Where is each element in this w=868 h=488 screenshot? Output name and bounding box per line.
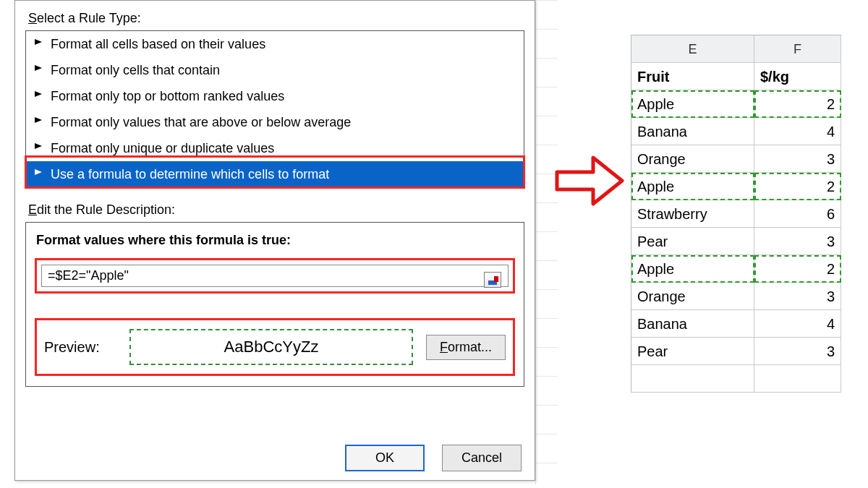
conditional-formatting-dialog: Select a Rule Type: Format all cells bas…: [14, 0, 535, 481]
cell[interactable]: Orange: [631, 145, 754, 173]
cell[interactable]: Apple: [631, 90, 754, 118]
cell[interactable]: 3: [754, 145, 841, 173]
cell[interactable]: Banana: [631, 118, 754, 145]
table-row: Pear3: [631, 338, 841, 365]
table-row: Apple2: [631, 173, 841, 200]
column-header[interactable]: E: [631, 35, 754, 63]
format-values-heading: Format values where this formula is true…: [36, 233, 515, 248]
format-button[interactable]: Format...: [426, 335, 506, 360]
cell[interactable]: 2: [754, 90, 841, 118]
cell[interactable]: [754, 365, 841, 393]
column-header-row: E F: [631, 35, 841, 63]
table-row: Apple2: [631, 255, 841, 283]
cell[interactable]: Pear: [631, 338, 754, 365]
cell[interactable]: Apple: [631, 255, 754, 283]
column-header[interactable]: F: [754, 35, 841, 63]
rule-type-option[interactable]: Format all cells based on their values: [26, 31, 524, 57]
cancel-button[interactable]: Cancel: [442, 445, 522, 471]
arrow-icon: [553, 152, 626, 210]
edit-rule-description-label: Edit the Rule Description:: [28, 202, 526, 218]
select-rule-type-label: Select a Rule Type:: [28, 11, 526, 26]
cell[interactable]: Strawberry: [631, 200, 754, 228]
annotation-highlight: Preview: AaBbCcYyZz Format...: [35, 318, 515, 376]
background-gridlines: [535, 0, 558, 484]
cell[interactable]: 3: [754, 338, 841, 365]
cell[interactable]: Orange: [631, 283, 754, 310]
preview-swatch: AaBbCcYyZz: [129, 329, 413, 365]
cell[interactable]: 2: [754, 173, 841, 200]
table-row: Strawberry6: [631, 200, 841, 228]
cell[interactable]: 3: [754, 283, 841, 310]
ok-button[interactable]: OK: [345, 445, 425, 471]
header-row: Fruit $/kg: [631, 63, 841, 90]
table-row: Apple2: [631, 90, 841, 118]
rule-type-option[interactable]: Format only cells that contain: [26, 57, 524, 83]
table-row: Banana4: [631, 310, 841, 338]
range-selector-button[interactable]: [484, 272, 501, 288]
cell[interactable]: 4: [754, 310, 841, 338]
spreadsheet-preview: E F Fruit $/kg Apple2Banana4Orange3Apple…: [631, 35, 841, 393]
cell[interactable]: Fruit: [631, 63, 754, 90]
rule-description-panel: Format values where this formula is true…: [25, 222, 524, 387]
formula-input[interactable]: [41, 265, 509, 287]
table-row: Pear3: [631, 228, 841, 255]
cell[interactable]: 2: [754, 255, 841, 283]
cell[interactable]: 3: [754, 228, 841, 255]
rule-type-option[interactable]: Format only top or bottom ranked values: [26, 83, 524, 109]
cell[interactable]: 4: [754, 118, 841, 145]
dialog-button-row: OK Cancel: [345, 445, 522, 471]
cell[interactable]: 6: [754, 200, 841, 228]
rule-type-list[interactable]: Format all cells based on their values F…: [25, 30, 524, 188]
table-row: Banana4: [631, 118, 841, 145]
table-row: Orange3: [631, 283, 841, 310]
cell[interactable]: Apple: [631, 173, 754, 200]
preview-label: Preview:: [44, 339, 116, 356]
empty-row: [631, 365, 841, 393]
cell[interactable]: Pear: [631, 228, 754, 255]
cell[interactable]: Banana: [631, 310, 754, 338]
rule-type-option[interactable]: Format only unique or duplicate values: [26, 135, 524, 161]
cell[interactable]: $/kg: [754, 63, 841, 90]
annotation-highlight: [35, 258, 515, 294]
table-row: Orange3: [631, 145, 841, 173]
cell[interactable]: [631, 365, 754, 393]
rule-type-option-selected[interactable]: Use a formula to determine which cells t…: [26, 161, 524, 187]
rule-type-option[interactable]: Format only values that are above or bel…: [26, 109, 524, 135]
